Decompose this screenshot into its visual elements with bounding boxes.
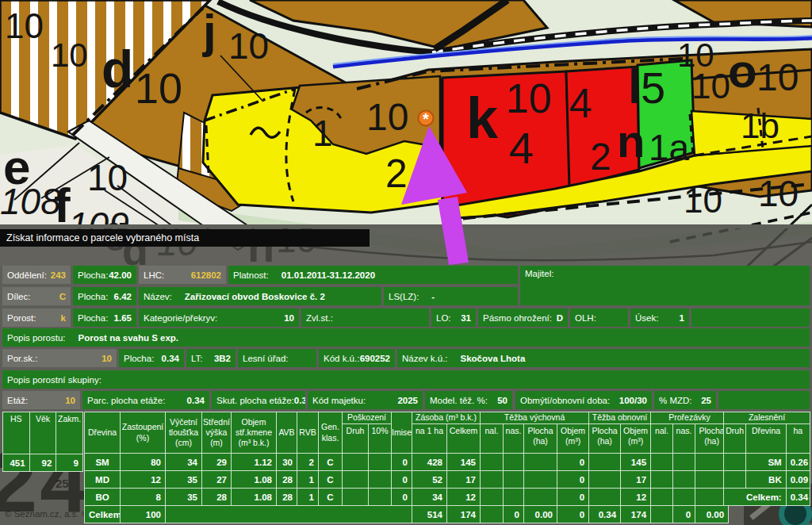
map-label: 4	[569, 80, 592, 126]
field-value: 25	[701, 396, 711, 405]
table-header-row: DruhDřevinaha	[724, 424, 810, 454]
afforestation-table: ZalesněníDruhDřevinaha SM0.26 BK0.09Celk…	[723, 412, 810, 506]
field-nazev-ku: Název k.ú.: Skočova Lhota	[397, 349, 810, 367]
table-cell: 8	[121, 489, 166, 506]
field-value: 1	[680, 313, 684, 323]
field-kod-majetku: Kód majetku: 2025	[308, 391, 423, 409]
table-cell	[673, 454, 695, 471]
table-cell: 100	[121, 506, 166, 523]
table-header-cell: Prořezávky	[651, 412, 729, 424]
table-cell	[589, 454, 621, 471]
table-cell: C	[319, 454, 343, 471]
info-tooltip: Získat informace o parcele vybraného mís…	[0, 229, 370, 247]
field-olh: OLH:	[570, 308, 628, 327]
table-cell: 0	[504, 506, 524, 523]
table-row: SM0.26	[724, 454, 810, 471]
table-cell: 0	[392, 489, 412, 506]
table-total-label: Celkem:	[724, 489, 787, 506]
table-header-cell: nas.	[673, 424, 695, 454]
table-cell	[651, 471, 673, 489]
table-cell: 30	[277, 454, 297, 471]
table-cell: SM	[85, 454, 121, 471]
table-cell: 174	[621, 506, 651, 523]
table-cell	[481, 471, 504, 489]
field-label: Model. těž. %:	[430, 396, 488, 405]
field-nazev: Název: Zařizovací obvod Boskovice č. 2	[139, 287, 381, 305]
table-cell: 34	[412, 489, 447, 506]
table-row: 451929	[3, 454, 83, 472]
map-label: 1a	[649, 127, 690, 168]
field-value: 50	[497, 396, 508, 405]
table-cell	[481, 489, 504, 506]
field-value: 31	[461, 313, 471, 323]
map-label: 10	[691, 67, 730, 105]
app-window: 1010d10j10e108f10910g1102k1044l51010o102…	[0, 0, 812, 525]
field-value: 0.34	[294, 396, 305, 405]
field-value: -	[431, 292, 435, 301]
table-header-cell: Druh	[343, 424, 369, 454]
map-label: d	[102, 40, 133, 98]
field-label: Porost:	[7, 313, 36, 323]
table-cell	[651, 506, 673, 523]
table-cell: BK	[746, 471, 786, 489]
table-cell: 1.12	[232, 454, 277, 471]
table-header-cell: Zastoupení (%)	[121, 412, 166, 454]
table-header-cell: Druh	[724, 424, 746, 454]
table-cell	[524, 454, 557, 471]
field-value: 42.00	[109, 270, 132, 280]
field-lhc: LHC: 612802	[139, 266, 226, 284]
field-value: 10	[284, 313, 294, 323]
field-majitel: Majitel:	[520, 266, 810, 305]
table-cell: C	[319, 471, 343, 489]
table-cell	[369, 471, 392, 489]
table-header-cell: Objem (m³)	[557, 424, 589, 454]
map-label: 4	[509, 123, 534, 173]
table-cell: 0	[557, 489, 589, 506]
table-total-row: Celkem:100 514174 00.0000.34174 00.00	[85, 506, 729, 523]
field-value: 3B2	[214, 354, 231, 363]
map-label: 10	[87, 157, 128, 198]
field-label: Skut. plocha etáže:	[216, 396, 294, 405]
table-header-cell: na 1 ha	[412, 424, 447, 454]
table-header-cell: 10%	[369, 424, 392, 454]
field-value: 01.01.2011-31.12.2020	[282, 270, 375, 280]
table-header-cell: Dřevina	[746, 424, 786, 454]
map-label: 10	[684, 181, 722, 220]
table-cell: 27	[202, 471, 232, 489]
field-label: Lesní úřad:	[243, 354, 289, 363]
field-label: Por.sk.:	[7, 354, 37, 363]
field-label: Zvl.st.:	[306, 313, 333, 323]
field-label: LO:	[436, 313, 451, 323]
field-value: 100/30	[619, 396, 647, 405]
table-cell: 0.00	[524, 506, 557, 523]
field-model-tez: Model. těž. %: 50	[425, 391, 512, 409]
map-label: 108	[0, 181, 61, 222]
map-label: 10	[366, 96, 408, 138]
table-cell: 451	[3, 454, 30, 472]
field-label: Plocha:	[78, 292, 108, 301]
table-cell: 1.08	[232, 471, 277, 489]
table-cell: 145	[447, 454, 481, 471]
field-value: Skočova Lhota	[461, 354, 526, 363]
table-cell: 28	[202, 489, 232, 506]
table-header-cell: HS	[3, 412, 30, 454]
table-header-cell: nal.	[481, 424, 504, 454]
table-cell: BO	[85, 489, 121, 506]
map-label: 10	[135, 64, 182, 112]
table-header-cell: Zakm.	[56, 412, 83, 454]
table-cell: 17	[621, 471, 651, 489]
table-cell: 0	[673, 506, 695, 523]
map-copyright: © Seznam.cz, a.s. ©	[5, 509, 88, 519]
field-oddeleni: Oddělení: 243	[2, 266, 71, 284]
table-cell: 29	[202, 454, 232, 471]
table-cell: 12	[121, 471, 166, 489]
table-cell: 12	[621, 489, 651, 506]
field-label: Pásmo ohrožení:	[483, 313, 552, 323]
table-cell: 35	[166, 471, 202, 489]
field-lesni-urad: Lesní úřad:	[238, 349, 316, 367]
field-value: 690252	[360, 354, 390, 363]
table-header-cell: Střední výška (m)	[202, 412, 232, 454]
table-header-cell: Objem (m³)	[621, 424, 651, 454]
table-cell: 1	[297, 471, 319, 489]
table-total-label: Celkem:	[85, 506, 121, 523]
